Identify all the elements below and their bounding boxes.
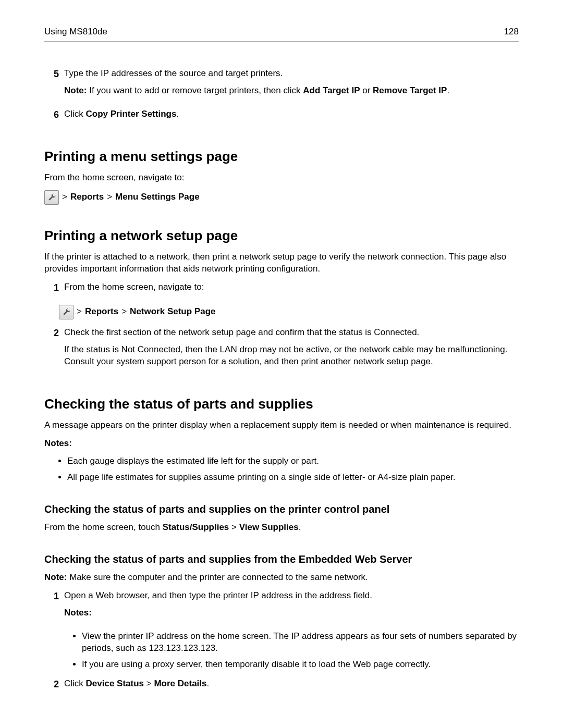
text-click: Click xyxy=(64,109,86,119)
ews-step-1: 1 Open a Web browser, and then type the … xyxy=(44,590,519,624)
remove-target-ip-label: Remove Target IP xyxy=(373,85,447,95)
step-number: 1 xyxy=(44,281,64,299)
more-details-label: More Details xyxy=(154,678,206,688)
intro-text: If the printer is attached to a network,… xyxy=(44,251,519,275)
heading-printing-menu-settings: Printing a menu settings page xyxy=(44,147,519,166)
intro-text: A message appears on the printer display… xyxy=(44,419,519,431)
note-text-3: . xyxy=(447,85,449,95)
step-text: Open a Web browser, and then type the pr… xyxy=(64,590,519,602)
text-period: . xyxy=(207,678,210,688)
step-body: From the home screen, navigate to: xyxy=(64,281,519,299)
header-page-number: 128 xyxy=(504,26,519,38)
note-label: Note: xyxy=(64,85,87,95)
step-number: 6 xyxy=(44,108,64,126)
path-sep: > xyxy=(229,522,239,532)
copy-printer-settings-label: Copy Printer Settings xyxy=(86,109,177,119)
page-content: 5 Type the IP addresses of the source an… xyxy=(44,42,519,695)
step-number: 2 xyxy=(44,678,64,695)
net-step-2: 2 Check the first section of the network… xyxy=(44,327,519,373)
path-sep: > xyxy=(144,678,154,688)
notes-label: Notes: xyxy=(64,607,519,619)
list-item: If you are using a proxy server, then te… xyxy=(82,659,519,671)
wrench-icon xyxy=(59,305,74,319)
path-sep: > xyxy=(107,191,112,203)
step-6: 6 Click Copy Printer Settings. xyxy=(44,108,519,126)
navigation-path: > Reports > Menu Settings Page xyxy=(44,190,519,205)
step-note: Note: If you want to add or remove targe… xyxy=(64,85,519,97)
step-number: 5 xyxy=(44,68,64,102)
text-period: . xyxy=(176,109,179,119)
step-body: Click Copy Printer Settings. xyxy=(64,108,519,126)
note-text: Make sure the computer and the printer a… xyxy=(67,572,368,582)
path-sep: > xyxy=(121,306,127,318)
ews-note: Note: Make sure the computer and the pri… xyxy=(44,572,519,584)
note-text-1: If you want to add or remove target prin… xyxy=(87,85,303,95)
header-left: Using MS810de xyxy=(44,26,107,38)
step-text-line2: If the status is Not Connected, then the… xyxy=(64,344,519,368)
page-header: Using MS810de 128 xyxy=(44,26,519,42)
step-number: 1 xyxy=(44,590,64,624)
step-text: From the home screen, navigate to: xyxy=(64,281,519,293)
panel-text: From the home screen, touch Status/Suppl… xyxy=(44,522,519,534)
heading-printing-network-setup: Printing a network setup page xyxy=(44,227,519,245)
page: Using MS810de 128 5 Type the IP addresse… xyxy=(0,0,563,728)
path-sep: > xyxy=(62,191,67,203)
text-click: Click xyxy=(64,678,86,688)
wrench-icon xyxy=(44,190,59,205)
path-sep: > xyxy=(77,306,82,318)
step-body: Click Device Status > More Details. xyxy=(64,678,519,695)
status-supplies-label: Status/Supplies xyxy=(163,522,229,532)
list-item: View the printer IP address on the home … xyxy=(82,631,519,655)
notes-label: Notes: xyxy=(44,438,519,450)
text-period: . xyxy=(299,522,301,532)
notes-list: View the printer IP address on the home … xyxy=(44,631,519,671)
list-item: Each gauge displays the estimated life l… xyxy=(67,455,519,467)
view-supplies-label: View Supplies xyxy=(239,522,299,532)
notes-list: Each gauge displays the estimated life l… xyxy=(44,455,519,484)
text-pre: From the home screen, touch xyxy=(44,522,163,532)
step-body: Check the first section of the network s… xyxy=(64,327,519,373)
device-status-label: Device Status xyxy=(86,678,144,688)
step-5: 5 Type the IP addresses of the source an… xyxy=(44,68,519,102)
note-label: Note: xyxy=(44,572,67,582)
path-menu-settings-page: Menu Settings Page xyxy=(115,191,200,203)
ews-step-2: 2 Click Device Status > More Details. xyxy=(44,678,519,695)
path-network-setup-page: Network Setup Page xyxy=(130,306,215,318)
step-number: 2 xyxy=(44,327,64,373)
path-reports: Reports xyxy=(70,191,104,203)
list-item: All page life estimates for supplies ass… xyxy=(67,472,519,484)
step-body: Type the IP addresses of the source and … xyxy=(64,68,519,102)
heading-checking-status-ews: Checking the status of parts and supplie… xyxy=(44,552,519,566)
step-text-line1: Check the first section of the network s… xyxy=(64,327,519,339)
step-body: Open a Web browser, and then type the pr… xyxy=(64,590,519,624)
step-text: Click Copy Printer Settings. xyxy=(64,108,519,120)
note-text-2: or xyxy=(360,85,373,95)
path-reports: Reports xyxy=(85,306,118,318)
navigation-path: > Reports > Network Setup Page xyxy=(59,305,519,319)
heading-checking-status: Checking the status of parts and supplie… xyxy=(44,395,519,413)
add-target-ip-label: Add Target IP xyxy=(303,85,360,95)
intro-text: From the home screen, navigate to: xyxy=(44,172,519,184)
step-text: Type the IP addresses of the source and … xyxy=(64,68,519,80)
step-text: Click Device Status > More Details. xyxy=(64,678,519,690)
heading-checking-status-control-panel: Checking the status of parts and supplie… xyxy=(44,502,519,516)
net-step-1: 1 From the home screen, navigate to: xyxy=(44,281,519,299)
